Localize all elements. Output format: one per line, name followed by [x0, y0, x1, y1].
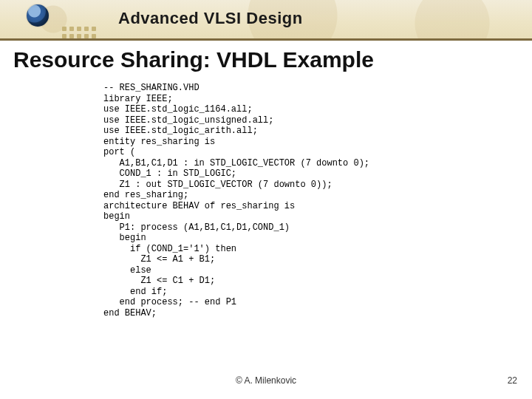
copyright-text: © A. Milenkovic	[236, 375, 296, 386]
slide: Advanced VLSI Design Resource Sharing: V…	[0, 0, 532, 399]
footer: © A. Milenkovic 22	[0, 375, 532, 389]
globe-icon	[27, 4, 49, 27]
slide-title: Resource Sharing: VHDL Example	[13, 47, 374, 72]
divider-line	[0, 38, 532, 41]
dot-grid-decoration	[62, 27, 96, 38]
code-block: -- RES_SHARING.VHD library IEEE; use IEE…	[103, 83, 502, 318]
page-number: 22	[508, 375, 517, 386]
header-banner: Advanced VLSI Design	[0, 0, 532, 38]
course-title: Advanced VLSI Design	[118, 9, 303, 28]
